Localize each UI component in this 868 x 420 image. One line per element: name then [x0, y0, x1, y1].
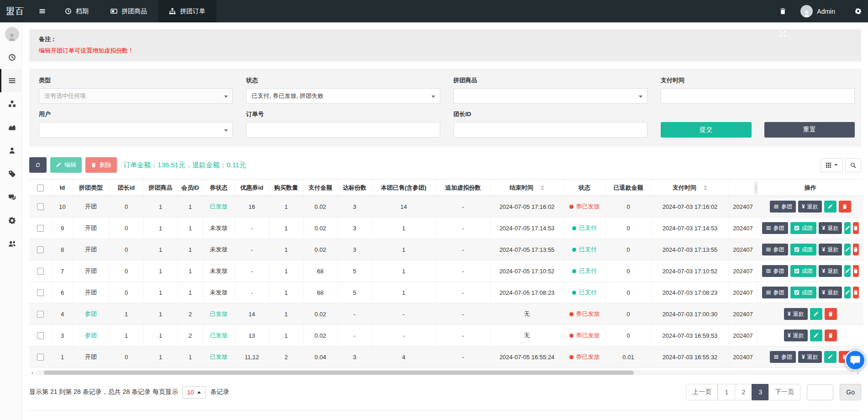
group-action-button[interactable]: 成团 — [790, 244, 816, 255]
columns-dropdown-button[interactable] — [821, 158, 843, 172]
prev-page-button[interactable]: 上一页 — [686, 384, 718, 400]
scrollbar-thumb[interactable] — [44, 371, 634, 375]
user-menu[interactable]: Admin — [817, 8, 835, 15]
delete-action-button[interactable] — [853, 244, 859, 255]
settings-button[interactable] — [847, 0, 868, 22]
page-3-button[interactable]: 3 — [752, 384, 769, 400]
refund-action-button[interactable]: ¥退款 — [819, 244, 842, 255]
cell-virtual: - — [436, 346, 490, 368]
edit-action-button[interactable] — [844, 265, 850, 277]
sidebar-item-chart[interactable] — [0, 116, 22, 139]
sidebar-item-avatar[interactable] — [0, 22, 22, 46]
delete-action-button[interactable] — [825, 308, 837, 320]
cell-end_time: 2024-07-05 17:16:02 — [490, 196, 563, 218]
delete-action-button[interactable] — [839, 201, 851, 213]
row-checkbox[interactable] — [37, 311, 44, 318]
cell-target: 3 — [337, 346, 372, 368]
sidebar-item-person[interactable] — [0, 139, 22, 162]
refund-action-button[interactable]: ¥退款 — [819, 265, 842, 277]
column-header-refunded: 已退款金额 — [605, 180, 651, 196]
search-button[interactable] — [845, 158, 861, 172]
row-checkbox[interactable] — [37, 354, 44, 361]
join-action-button[interactable]: 参团 — [762, 222, 788, 234]
goto-page-input[interactable] — [807, 384, 833, 400]
delete-action-button[interactable] — [853, 222, 859, 234]
scrollbar-track[interactable] — [36, 370, 855, 375]
edit-action-button[interactable] — [844, 222, 850, 234]
sidebar-item-comments[interactable] — [0, 186, 22, 209]
refund-action-button[interactable]: ¥退款 — [798, 201, 822, 213]
row-checkbox[interactable] — [37, 289, 44, 296]
join-action-button[interactable]: 参团 — [762, 265, 788, 277]
refund-action-button[interactable]: ¥退款 — [819, 287, 842, 298]
sidebar-item-clock[interactable] — [0, 46, 22, 69]
refund-action-button[interactable]: ¥退款 — [819, 222, 842, 234]
sidebar-item-cog[interactable] — [0, 209, 22, 232]
next-page-button[interactable]: 下一页 — [768, 384, 800, 400]
sidebar-item-users[interactable] — [0, 232, 22, 255]
filter-orderno-input[interactable] — [246, 122, 440, 138]
group-action-button[interactable]: 成团 — [790, 265, 816, 277]
tab-档期[interactable]: 档期 — [54, 0, 100, 22]
scroll-left-icon[interactable]: ‹ — [29, 370, 36, 376]
edit-action-button[interactable] — [844, 287, 850, 298]
select-all-checkbox[interactable] — [37, 185, 44, 191]
filter-product-select[interactable] — [453, 88, 647, 104]
edit-action-button[interactable] — [844, 244, 850, 255]
delete-action-button[interactable] — [853, 265, 859, 277]
pencil-icon — [845, 225, 850, 231]
filter-paytime-input[interactable] — [661, 88, 855, 104]
refund-action-button[interactable]: ¥退款 — [784, 330, 808, 341]
edit-action-button[interactable] — [824, 351, 836, 363]
edit-action-button[interactable] — [810, 308, 822, 320]
refresh-button[interactable] — [29, 157, 47, 173]
cell-extra: 202407 — [729, 239, 757, 261]
reset-button[interactable]: 重置 — [764, 122, 855, 138]
edit-action-button[interactable] — [824, 201, 836, 213]
trash-button[interactable] — [772, 0, 794, 22]
expand-button[interactable] — [772, 22, 794, 45]
filter-user-select[interactable] — [39, 122, 233, 138]
row-checkbox[interactable] — [37, 203, 44, 210]
chat-widget-button[interactable] — [845, 350, 866, 371]
sort-icon[interactable] — [704, 185, 707, 191]
group-action-button[interactable]: 成团 — [790, 287, 816, 298]
edit-button[interactable]: 编辑 — [50, 157, 82, 173]
sidebar-item-bars[interactable] — [0, 69, 22, 92]
brand-logo[interactable]: 盟百 — [0, 0, 31, 22]
row-checkbox[interactable] — [37, 268, 44, 275]
sidebar-toggle-button[interactable] — [31, 0, 54, 22]
row-checkbox[interactable] — [37, 246, 44, 253]
row-checkbox[interactable] — [37, 332, 44, 339]
go-button[interactable]: Go — [840, 384, 861, 400]
edit-action-button[interactable] — [810, 330, 822, 341]
delete-action-button[interactable] — [853, 287, 859, 298]
column-header-end_time[interactable]: 结束时间 — [490, 180, 563, 196]
page-1-button[interactable]: 1 — [718, 384, 735, 400]
delete-button[interactable]: 删除 — [85, 157, 117, 173]
column-header-pay_time[interactable]: 支付时间 — [651, 180, 729, 196]
filter-type-select[interactable]: 没有选中任何项 — [39, 88, 233, 104]
sidebar-item-cubes[interactable] — [0, 92, 22, 116]
filter-status-select[interactable]: 已支付, 券已发放, 拼团失败 — [246, 88, 440, 104]
avatar[interactable] — [800, 5, 813, 17]
refund-action-button[interactable]: ¥退款 — [784, 308, 808, 320]
refund-action-button[interactable]: ¥退款 — [798, 351, 822, 363]
join-action-button[interactable]: 参团 — [762, 244, 788, 255]
join-action-button[interactable]: 参团 — [762, 287, 788, 298]
row-checkbox[interactable] — [37, 225, 44, 232]
delete-action-button[interactable] — [825, 330, 837, 341]
page-2-button[interactable]: 2 — [735, 384, 752, 400]
cell-value: 0 — [125, 268, 128, 275]
sort-icon[interactable] — [541, 185, 544, 191]
page-size-dropdown[interactable]: 10 — [182, 386, 206, 399]
tab-拼团商品[interactable]: 拼团商品 — [100, 0, 158, 22]
filter-leaderid-input[interactable] — [453, 122, 647, 138]
row-actions: 参团成团¥退款 — [759, 265, 862, 277]
sidebar-item-tag[interactable] — [0, 162, 22, 186]
submit-button[interactable]: 提交 — [661, 122, 752, 138]
join-action-button[interactable]: 参团 — [770, 201, 796, 213]
tab-拼团订单[interactable]: 拼团订单 — [158, 0, 216, 22]
group-action-button[interactable]: 成团 — [790, 222, 816, 234]
join-action-button[interactable]: 参团 — [770, 351, 796, 363]
